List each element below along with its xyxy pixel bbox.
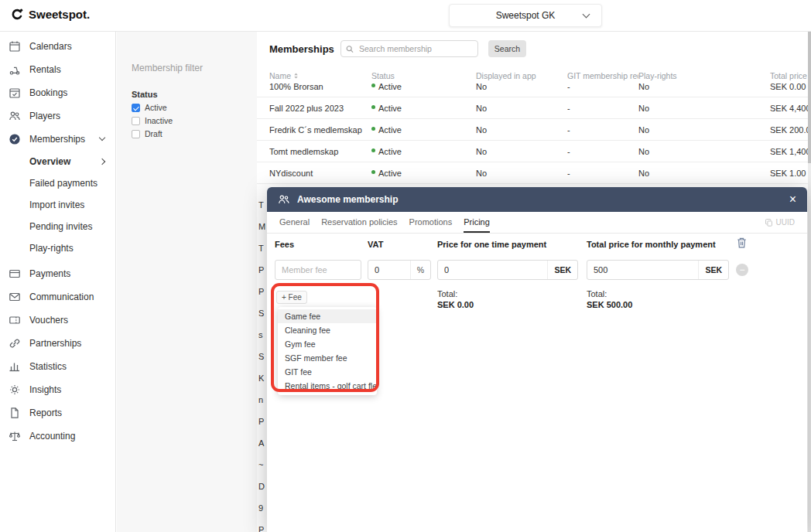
vat-column-header: VAT xyxy=(368,240,383,249)
org-selector-label: Sweetspot GK xyxy=(496,10,556,21)
add-fee-button[interactable]: + Fee xyxy=(276,291,307,304)
search-input[interactable] xyxy=(358,43,473,54)
sidebar-item-reports[interactable]: Reports xyxy=(0,401,115,425)
one-time-total-label: Total: xyxy=(437,289,457,298)
sidebar-item-label: Accounting xyxy=(29,431,75,442)
sidebar-subitem-play-rights[interactable]: Play-rights xyxy=(0,237,115,259)
cell-total-price: SEK 0.00 xyxy=(770,84,811,91)
status-option-inactive[interactable]: Inactive xyxy=(132,116,242,125)
status-option-active[interactable]: Active xyxy=(132,103,242,112)
sidebar-item-vouchers[interactable]: Vouchers xyxy=(0,309,115,332)
tab-pricing[interactable]: Pricing xyxy=(464,212,490,233)
sidebar-item-players[interactable]: Players xyxy=(0,104,115,128)
cell-displayed: No xyxy=(476,125,567,135)
uuid-button[interactable]: UUID xyxy=(765,212,795,233)
cell-status: Active xyxy=(371,84,476,91)
table-header: Name Status Displayed in app GIT members… xyxy=(257,69,811,83)
status-dot xyxy=(371,170,375,174)
sidebar-item-label: Players xyxy=(29,111,60,121)
sidebar-item-label: Communication xyxy=(29,292,94,302)
vat-input[interactable] xyxy=(368,265,410,275)
member-fee-input[interactable] xyxy=(275,265,361,275)
cell-play-rights: No xyxy=(638,169,770,178)
remove-column-icon[interactable] xyxy=(736,264,748,276)
sidebar-subitem-pending-invites[interactable]: Pending invites xyxy=(0,216,115,237)
cell-total-price: SEK 1.00 xyxy=(770,169,811,178)
sidebar-subitem-label: Play-rights xyxy=(29,243,74,254)
fee-option-rental-items[interactable]: Rental items - golf cart fleet xyxy=(278,379,377,393)
fees-column-header: Fees xyxy=(275,240,294,249)
status-filter-label: Status xyxy=(132,90,242,99)
sidebar-item-communication[interactable]: Communication xyxy=(0,285,115,309)
sidebar-item-partnerships[interactable]: Partnerships xyxy=(0,332,115,355)
sidebar-item-memberships[interactable]: Memberships xyxy=(0,128,115,151)
table-row[interactable]: Fall 2022 plus 2023 Active No - No SEK 4… xyxy=(257,97,811,119)
checkbox-checked[interactable] xyxy=(132,104,140,112)
cell-displayed: No xyxy=(476,84,567,91)
sidebar-subitem-import-invites[interactable]: Import invites xyxy=(0,194,115,216)
status-option-draft[interactable]: Draft xyxy=(132,129,242,138)
one-time-price-input[interactable] xyxy=(438,265,547,275)
cell-git: - xyxy=(567,169,638,178)
tab-general[interactable]: General xyxy=(279,212,310,233)
sidebar-item-bookings[interactable]: Bookings xyxy=(0,81,115,104)
scrollbar[interactable] xyxy=(808,32,811,532)
copy-icon xyxy=(765,218,773,227)
sidebar-item-statistics[interactable]: Statistics xyxy=(0,355,115,378)
scrollbar-thumb[interactable] xyxy=(808,32,811,163)
sort-icon xyxy=(293,72,299,80)
cell-play-rights: No xyxy=(638,84,770,91)
org-selector[interactable]: Sweetspot GK xyxy=(449,4,602,27)
sidebar-subitem-failed-payments[interactable]: Failed payments xyxy=(0,172,115,194)
monthly-price-input-wrap: SEK xyxy=(587,260,729,280)
trash-icon[interactable] xyxy=(736,237,748,249)
checkbox-unchecked[interactable] xyxy=(132,117,140,125)
table-row[interactable]: Tomt medlemskap Active No - No SEK 1,400… xyxy=(257,141,811,162)
tab-promotions[interactable]: Promotions xyxy=(409,212,453,233)
column-header-total-price[interactable]: Total price xyxy=(770,71,811,80)
column-header-play-rights[interactable]: Play-rights xyxy=(638,71,770,80)
checkbox-unchecked[interactable] xyxy=(132,130,140,138)
fee-option-gym-fee[interactable]: Gym fee xyxy=(278,337,377,351)
vat-input-wrap: % xyxy=(368,260,431,280)
monthly-total-value: SEK 500.00 xyxy=(587,300,632,309)
fee-option-sgf-member-fee[interactable]: SGF member fee xyxy=(278,351,377,365)
table-row[interactable]: NYdiscount Active No - No SEK 1.00 xyxy=(257,162,811,184)
sidebar-item-payments[interactable]: Payments xyxy=(0,262,115,285)
sidebar-item-calendars[interactable]: Calendars xyxy=(0,35,115,58)
envelope-icon xyxy=(8,291,21,304)
cell-displayed: No xyxy=(476,147,567,156)
sidebar-item-accounting[interactable]: Accounting xyxy=(0,425,115,448)
sidebar-item-insights[interactable]: Insights xyxy=(0,378,115,401)
table-row[interactable]: Fredrik C´s medlemskap Active No - No SE… xyxy=(257,119,811,141)
sidebar-subitem-overview[interactable]: Overview xyxy=(0,151,115,172)
membership-modal: Awesome membership × General Reservation… xyxy=(267,187,807,532)
fee-option-game-fee[interactable]: Game fee xyxy=(278,309,377,323)
sidebar-item-label: Rentals xyxy=(29,64,61,75)
cell-status: Active xyxy=(371,147,476,156)
column-header-git[interactable]: GIT membership required xyxy=(567,71,638,80)
status-option-label: Draft xyxy=(145,129,163,138)
sidebar: Calendars Rentals Bookings Players Membe… xyxy=(0,32,116,532)
chevron-right-icon xyxy=(99,159,105,165)
sidebar-subitem-label: Pending invites xyxy=(29,221,92,232)
sidebar-subitem-label: Overview xyxy=(29,156,70,167)
search-button[interactable]: Search xyxy=(488,40,526,57)
tab-reservation-policies[interactable]: Reservation policies xyxy=(321,212,397,233)
column-header-status[interactable]: Status xyxy=(371,71,476,80)
column-header-displayed[interactable]: Displayed in app xyxy=(476,71,567,80)
status-dot xyxy=(371,148,375,152)
membership-badge-icon xyxy=(8,133,21,146)
currency-suffix: SEK xyxy=(698,261,728,279)
fee-option-cleaning-fee[interactable]: Cleaning fee xyxy=(278,323,377,337)
column-header-name[interactable]: Name xyxy=(269,71,371,80)
sidebar-item-label: Partnerships xyxy=(29,338,81,349)
rental-cart-icon xyxy=(8,63,21,77)
fee-option-git-fee[interactable]: GIT fee xyxy=(278,365,377,379)
close-icon[interactable]: × xyxy=(789,193,796,206)
membership-search[interactable] xyxy=(340,40,478,57)
monthly-price-input[interactable] xyxy=(587,265,698,275)
sidebar-subitem-label: Import invites xyxy=(29,200,84,210)
sidebar-item-rentals[interactable]: Rentals xyxy=(0,58,115,81)
table-row[interactable]: 100% Brorsan Active No - No SEK 0.00 xyxy=(257,84,811,97)
